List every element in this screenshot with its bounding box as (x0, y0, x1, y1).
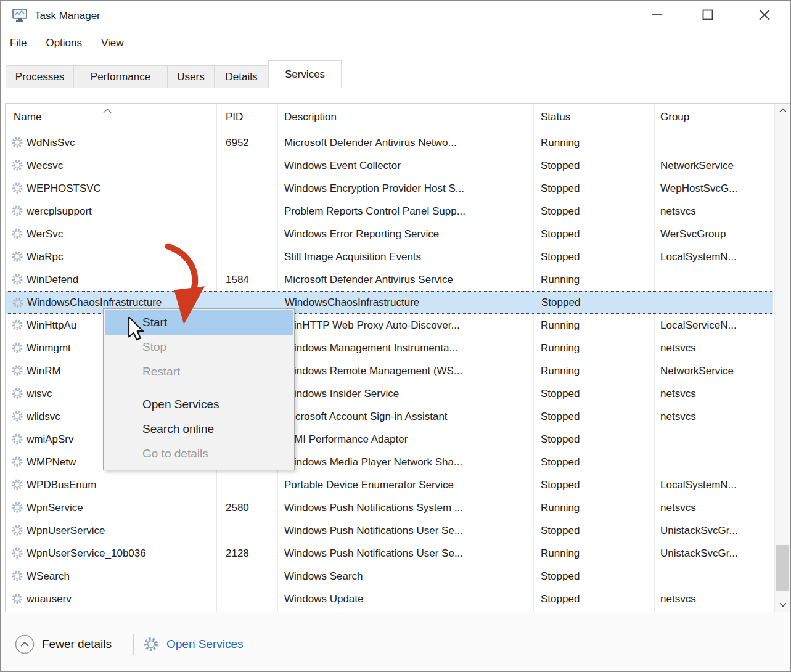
cell-name: WpnService (27, 502, 83, 514)
table-row[interactable]: WerSvc Windows Error Reporting Service S… (6, 223, 773, 245)
cell-group: UnistackSvcGr... (660, 547, 738, 560)
table-row[interactable]: WinDefend 1584 Microsoft Defender Antivi… (6, 268, 773, 291)
service-gear-icon (10, 158, 24, 175)
tab-performance[interactable]: Performance (73, 65, 168, 88)
cell-group: netsvcs (660, 502, 696, 514)
cell-description: WinHTTP Web Proxy Auto-Discover... (284, 319, 460, 332)
tab-processes[interactable]: Processes (6, 65, 74, 88)
service-gear-icon (10, 432, 24, 449)
service-gear-icon (10, 409, 24, 426)
service-gear-icon (10, 387, 24, 403)
vertical-scrollbar[interactable] (774, 104, 790, 612)
menu-options[interactable]: Options (46, 37, 82, 49)
cell-description: Windows Update (284, 593, 364, 605)
cell-name: WSearch (27, 570, 70, 583)
cell-pid: 2580 (226, 502, 249, 514)
menu-item-open-services[interactable]: Open Services (104, 392, 294, 417)
cell-description: Windows Push Notifications User Se... (284, 525, 463, 537)
menu-item-stop: Stop (104, 335, 294, 359)
cell-status: Stopped (541, 251, 580, 263)
cell-name: WpnUserService (27, 525, 105, 537)
cell-status: Running (541, 137, 580, 149)
table-row[interactable]: WiaRpc Still Image Acquisition Events St… (6, 245, 773, 268)
table-header: Name PID Description Status Group (6, 104, 790, 131)
scrollbar-thumb[interactable] (776, 545, 789, 591)
cell-name: wuauserv (27, 593, 72, 605)
cell-status: Stopped (541, 570, 580, 583)
cell-name: WiaRpc (27, 251, 64, 263)
menu-item-search-online[interactable]: Search online (104, 417, 294, 441)
cell-status: Stopped (541, 297, 580, 309)
minimize-button[interactable] (641, 1, 672, 28)
cell-pid: 6952 (226, 137, 249, 149)
menu-view[interactable]: View (101, 37, 124, 49)
service-gear-icon (10, 204, 24, 221)
column-header-name[interactable]: Name (14, 111, 41, 123)
cell-group: LocalServiceN... (660, 319, 737, 332)
table-row[interactable]: WSearch Windows Search Stopped (6, 565, 773, 588)
cell-status: Running (541, 547, 580, 560)
cell-description: Windows Insider Service (284, 388, 399, 400)
cell-status: Running (541, 365, 580, 377)
tab-users[interactable]: Users (167, 65, 215, 88)
sort-ascending-icon (103, 104, 112, 117)
table-row[interactable]: WdNisSvc 6952 Microsoft Defender Antivir… (6, 131, 773, 154)
chevron-up-circle-icon (15, 634, 35, 657)
service-gear-icon (10, 592, 24, 608)
table-row[interactable]: WpnUserService Windows Push Notification… (6, 519, 773, 542)
column-header-status[interactable]: Status (541, 111, 570, 123)
open-services-link[interactable]: Open Services (166, 637, 244, 651)
menu-item-start[interactable]: Start (105, 310, 293, 335)
table-row[interactable]: WpnUserService_10b036 2128 Windows Push … (6, 542, 773, 565)
cell-group: netsvcs (660, 342, 696, 354)
service-gear-icon (10, 523, 24, 540)
cell-name: Winmgmt (27, 342, 71, 354)
cell-status: Running (541, 274, 580, 286)
scroll-down-button[interactable] (775, 598, 790, 612)
cell-name: WMPNetw (27, 456, 76, 469)
cell-description: Windows Push Notifications User Se... (284, 547, 463, 560)
menu-file[interactable]: File (10, 37, 27, 49)
cell-name: Wecsvc (27, 160, 63, 172)
table-row[interactable]: wuauserv Windows Update Stopped netsvcs (6, 588, 773, 610)
table-row[interactable]: WPDBusEnum Portable Device Enumerator Se… (6, 473, 773, 496)
column-header-description[interactable]: Description (284, 111, 337, 123)
menu-separator (147, 388, 291, 388)
tab-services[interactable]: Services (268, 60, 342, 88)
table-row[interactable]: wercplsupport Problem Reports Control Pa… (6, 200, 773, 223)
table-row[interactable]: WEPHOSTSVC Windows Encryption Provider H… (6, 177, 773, 200)
cell-group: NetworkService (660, 160, 734, 172)
cell-status: Stopped (541, 456, 580, 469)
cell-name: WerSvc (27, 228, 63, 240)
scroll-up-button[interactable] (775, 104, 790, 117)
column-header-group[interactable]: Group (660, 111, 689, 123)
table-row[interactable]: WpnService 2580 Windows Push Notificatio… (6, 496, 773, 519)
service-gear-icon (10, 227, 24, 244)
cell-name: WindowsChaosInfrastructure (27, 297, 162, 309)
table-row[interactable]: Wecsvc Windows Event Collector Stopped N… (6, 154, 773, 177)
cell-status: Stopped (541, 388, 580, 400)
maximize-button[interactable] (692, 1, 723, 28)
service-gear-icon (10, 455, 24, 472)
service-gear-icon (10, 181, 24, 198)
tab-details[interactable]: Details (214, 65, 269, 88)
fewer-details-button[interactable]: Fewer details (42, 637, 112, 651)
cell-name: WdNisSvc (27, 137, 75, 149)
cell-group: UnistackSvcGr... (660, 525, 738, 537)
close-button[interactable] (749, 1, 780, 28)
service-gear-icon (10, 478, 24, 494)
cell-description: WMI Performance Adapter (284, 433, 408, 446)
cell-name: WPDBusEnum (27, 479, 96, 491)
cell-description: Windows Search (284, 570, 363, 583)
cell-group: LocalSystemN... (660, 479, 737, 491)
cell-status: Stopped (541, 182, 580, 195)
footer-bar: Fewer details Open Services (1, 612, 790, 672)
column-header-pid[interactable]: PID (226, 111, 243, 123)
cell-status: Running (541, 342, 580, 354)
cell-description: Windows Push Notifications System ... (284, 502, 463, 514)
cell-name: WinRM (27, 365, 61, 377)
tabstrip: ProcessesPerformanceUsersDetailsServices (6, 60, 341, 89)
cell-group: netsvcs (660, 411, 696, 423)
cell-status: Running (541, 319, 580, 332)
cell-description: Microsoft Defender Antivirus Service (284, 274, 453, 286)
